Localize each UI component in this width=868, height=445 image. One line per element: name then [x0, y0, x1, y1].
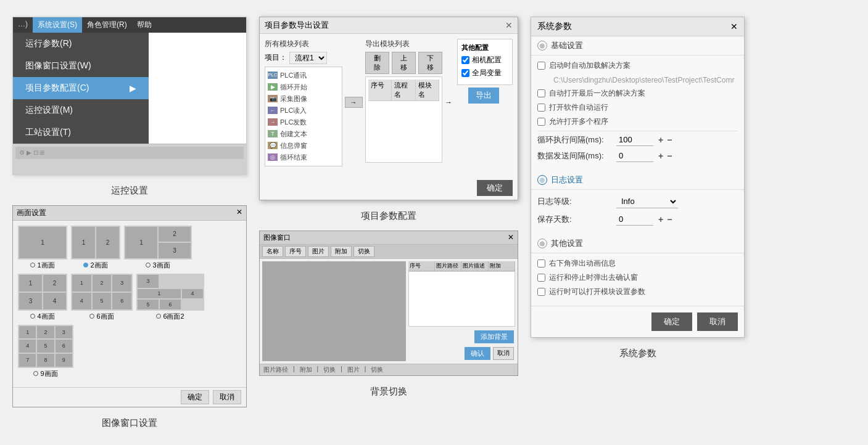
basic-settings-header[interactable]: ◎ 基础设置: [531, 36, 744, 55]
export-dialog-close-btn[interactable]: ✕: [505, 20, 513, 30]
image-window-cancel-btn[interactable]: 取消: [213, 390, 241, 404]
module-item-msg-popup[interactable]: 💬 信息弹窗: [268, 140, 339, 152]
auto-open-checkbox[interactable]: [537, 89, 545, 97]
sys-params-section-label: 系统参数: [531, 348, 745, 359]
layout-option-9[interactable]: 1 2 3 4 5 6 7 8 9 9画面: [18, 325, 73, 378]
auto-open-checkbox-label[interactable]: 自动打开最后一次的解决方案: [537, 88, 645, 99]
move-down-btn[interactable]: 下移: [418, 52, 442, 74]
menu-bar-item-role[interactable]: 角色管理(R): [82, 17, 132, 33]
save-days-plus[interactable]: +: [658, 214, 663, 224]
multi-prog-checkbox-label[interactable]: 允许打开多个程序: [537, 116, 608, 127]
sys-params-panel: 系统参数 ✕ ◎ 基础设置 启动时自动加载解决方案 C:\Users\dingz…: [531, 17, 745, 338]
bg-switch-section-label: 背景切换: [259, 386, 518, 398]
layout-option-6b[interactable]: 1 3 4 5 6 6画面2: [136, 274, 204, 321]
global-vars-checkbox[interactable]: 全局变量: [461, 68, 508, 78]
move-up-btn[interactable]: 上移: [392, 52, 416, 74]
other-settings-header[interactable]: ◎ 其他设置: [531, 234, 744, 253]
menu-bar-item-help[interactable]: 帮助: [132, 17, 157, 33]
module-item-plc-send[interactable]: → PLC发数: [268, 116, 339, 128]
auto-run-checkbox-label[interactable]: 打开软件自动运行: [537, 102, 608, 113]
loop-interval-minus[interactable]: −: [667, 135, 672, 145]
image-window-close-btn[interactable]: ✕: [236, 208, 242, 218]
bg-switch-close-btn[interactable]: ✕: [508, 233, 514, 242]
bg-table-header: 序号 图片路径 图片描述 附加: [408, 261, 515, 271]
basic-settings-body: 启动时自动加载解决方案 C:\Users\dingzhu\Desktop\ste…: [531, 55, 744, 171]
open-module-label[interactable]: 运行时可以打开模块设置参数: [537, 287, 645, 297]
module-item-plc[interactable]: PLC PLC通讯: [268, 70, 339, 81]
data-send-minus[interactable]: −: [667, 151, 672, 161]
other-settings-label: 其他设置: [551, 238, 583, 249]
save-days-input[interactable]: [616, 213, 653, 226]
log-level-label: 日志等级:: [537, 196, 611, 207]
auto-load-checkbox[interactable]: [537, 62, 545, 70]
auto-run-row: 打开软件自动运行: [537, 102, 738, 113]
module-item-create-text[interactable]: T 创建文本: [268, 128, 339, 140]
layout-option-2[interactable]: 1 2 2画面: [71, 226, 120, 270]
multi-prog-checkbox[interactable]: [537, 118, 545, 126]
data-send-input[interactable]: [616, 150, 653, 162]
bg-cancel-btn[interactable]: 取消: [493, 347, 514, 360]
popup-anim-label[interactable]: 右下角弹出动画信息: [537, 258, 616, 269]
log-level-select[interactable]: Info Debug Warning Error: [616, 195, 678, 208]
open-module-checkbox[interactable]: [537, 288, 545, 296]
tb-add-btn[interactable]: 附加: [331, 246, 352, 257]
layout-option-3[interactable]: 1 2 3 3画面: [124, 226, 192, 270]
bg-switch-dialog: 图像窗口 ✕ 名称 序号 图片 附加 切换: [259, 231, 518, 376]
module-item-capture[interactable]: 📷 采集图像: [268, 93, 339, 105]
tb-img-btn[interactable]: 图片: [308, 246, 329, 257]
auto-open-text: 自动打开最后一次的解决方案: [549, 88, 645, 99]
loop-interval-plus[interactable]: +: [658, 135, 663, 145]
sys-params-confirm-btn[interactable]: 确定: [651, 312, 692, 331]
basic-chevron: ◎: [537, 41, 547, 51]
menu-bar-item-system[interactable]: 系统设置(S): [33, 17, 82, 33]
export-dialog-title-bar: 项目参数导出设置 ✕: [260, 17, 518, 34]
open-module-row: 运行时可以打开模块设置参数: [537, 287, 738, 297]
loop-interval-input[interactable]: [616, 134, 653, 146]
menu-item-station[interactable]: 工站设置(T): [13, 121, 149, 144]
bg-image-area: [262, 261, 406, 361]
tb-seq-btn[interactable]: 序号: [285, 246, 306, 257]
sys-params-title-text: 系统参数: [537, 21, 572, 32]
auto-load-checkbox-label[interactable]: 启动时自动加载解决方案: [537, 60, 630, 71]
stop-confirm-checkbox[interactable]: [537, 274, 545, 282]
export-btn[interactable]: 导出: [468, 88, 499, 104]
menu-item-motion-ctrl[interactable]: 运控设置(M): [13, 99, 149, 121]
module-item-loop-start[interactable]: ▶ 循环开始: [268, 81, 339, 93]
auto-run-checkbox[interactable]: [537, 104, 545, 112]
menu-item-run-params[interactable]: 运行参数(R): [13, 33, 149, 55]
other-config-title: 其他配置: [461, 43, 508, 52]
popup-anim-checkbox[interactable]: [537, 259, 545, 267]
delete-btn[interactable]: 删除: [365, 52, 389, 74]
project-select[interactable]: 流程1: [289, 52, 327, 64]
save-days-plusminus: + −: [658, 214, 672, 224]
bg-add-btn[interactable]: 添加背景: [474, 330, 514, 343]
data-send-plus[interactable]: +: [658, 151, 663, 161]
save-days-minus[interactable]: −: [667, 214, 672, 224]
menu-item-image-window[interactable]: 图像窗口设置(W): [13, 55, 149, 77]
log-settings-header[interactable]: ◎ 日志设置: [531, 171, 744, 190]
layout-option-4[interactable]: 1 2 3 4 4画面: [18, 274, 67, 321]
stop-confirm-label[interactable]: 运行和停止时弹出去确认窗: [537, 272, 638, 283]
tb-name-btn[interactable]: 名称: [262, 246, 283, 257]
layout-option-6a[interactable]: 1 2 3 4 5 6 6画面: [71, 274, 133, 321]
camera-config-checkbox[interactable]: 相机配置: [461, 55, 508, 65]
bg-confirm-btn[interactable]: 确认: [465, 347, 490, 360]
tb-switch-btn[interactable]: 切换: [353, 246, 374, 257]
sys-params-close-btn[interactable]: ✕: [730, 22, 738, 31]
arrow-buttons: →: [345, 39, 363, 166]
module-item-plc-read[interactable]: ← PLC读入: [268, 105, 339, 116]
layout-option-1[interactable]: 1 1画面: [18, 226, 67, 270]
path-display: C:\Users\dingzhu\Desktop\stereo\TestProj…: [550, 75, 738, 86]
log-chevron: ◎: [537, 175, 547, 185]
export-arrow-btn[interactable]: →: [345, 97, 363, 108]
menu-section-label: 运控设置: [12, 185, 247, 197]
bg-switch-toolbar: 名称 序号 图片 附加 切换: [260, 245, 518, 259]
module-item-loop-end[interactable]: ◎ 循环结束: [268, 152, 339, 163]
menu-item-project-params[interactable]: 项目参数配置(C) ▶: [13, 77, 149, 99]
menu-bar-item-prev[interactable]: …): [13, 17, 33, 33]
image-window-confirm-btn[interactable]: 确定: [181, 390, 209, 404]
sys-params-title-bar: 系统参数 ✕: [531, 17, 744, 36]
export-dialog-confirm-btn[interactable]: 确定: [477, 180, 513, 196]
sys-params-cancel-btn[interactable]: 取消: [697, 312, 738, 331]
bg-bottom-bar: 图片路径|附加|切换|图片|切换: [260, 364, 518, 375]
